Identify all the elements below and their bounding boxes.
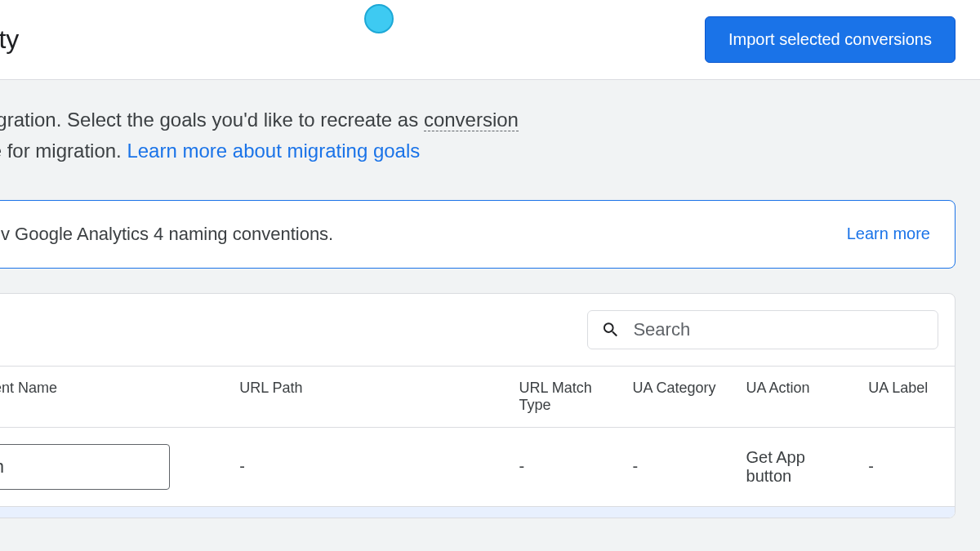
cell-url-path: -	[229, 427, 509, 506]
banner-learn-more-link[interactable]: Learn more	[847, 224, 930, 243]
table-header-row: Event Name URL Path URL Match Type UA Ca…	[0, 366, 955, 427]
naming-conventions-banner: v Google Analytics 4 naming conventions.…	[0, 200, 956, 269]
conversion-term[interactable]: conversion	[424, 109, 519, 131]
col-event-name: Event Name	[0, 366, 229, 427]
page-header: erty Import selected conversions	[0, 0, 980, 79]
learn-more-goals-link[interactable]: Learn more about migrating goals	[127, 140, 420, 162]
cell-ua-action: Get App button	[737, 427, 859, 506]
search-box[interactable]	[587, 310, 938, 349]
cell-url-match-type: -	[509, 427, 622, 506]
col-url-match-type: URL Match Type	[509, 366, 622, 427]
table-toolbar	[0, 294, 955, 366]
goals-table: Event Name URL Path URL Match Type UA Ca…	[0, 366, 955, 518]
banner-text: v Google Analytics 4 naming conventions.	[1, 224, 333, 245]
migration-description: migration. Select the goals you'd like t…	[0, 104, 956, 167]
description-text-1: migration. Select the goals you'd like t…	[0, 109, 424, 131]
event-name-input[interactable]	[0, 444, 170, 490]
indicator-dot	[364, 4, 394, 33]
cell-ua-label: -	[858, 427, 955, 506]
highlight-row	[0, 506, 955, 518]
col-ua-category: UA Category	[623, 366, 737, 427]
description-text-2: ble for migration.	[0, 140, 127, 162]
search-input[interactable]	[633, 319, 924, 340]
search-icon	[601, 319, 620, 340]
import-conversions-button[interactable]: Import selected conversions	[705, 16, 956, 63]
col-ua-label: UA Label	[858, 366, 955, 427]
goals-table-card: Event Name URL Path URL Match Type UA Ca…	[0, 293, 956, 519]
page-title: erty	[0, 24, 19, 55]
col-url-path: URL Path	[229, 366, 509, 427]
col-ua-action: UA Action	[737, 366, 859, 427]
cell-ua-category: -	[623, 427, 737, 506]
cell-event-name	[0, 427, 229, 506]
table-row: - - - Get App button -	[0, 427, 955, 506]
content-area: migration. Select the goals you'd like t…	[0, 79, 980, 551]
